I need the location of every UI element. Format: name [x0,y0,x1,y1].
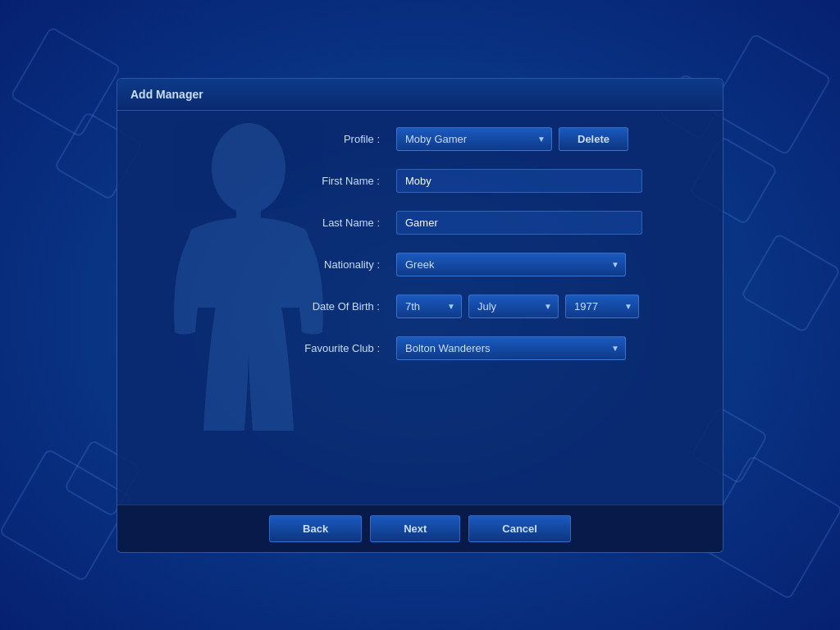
cancel-button[interactable]: Cancel [468,515,571,542]
dob-month-select[interactable]: July JanuaryFebruaryMarch AprilMayJune A… [468,294,559,318]
dob-controls: 7th 1st2nd3rd 4th5th6th 8th9th10th ▼ Jul… [396,294,639,318]
back-button[interactable]: Back [269,515,362,542]
dialog-title: Add Manager [130,88,203,101]
profile-label: Profile : [273,133,396,145]
firstname-row: First Name : [273,169,698,193]
nationality-controls: Greek English Spanish French German Ital… [396,253,626,276]
nationality-select[interactable]: Greek English Spanish French German Ital… [396,253,626,276]
firstname-label: First Name : [273,175,396,187]
profile-row: Profile : Moby Gamer ▼ Delete [273,127,698,151]
nationality-label: Nationality : [273,258,396,271]
dob-day-select[interactable]: 7th 1st2nd3rd 4th5th6th 8th9th10th [396,294,462,318]
delete-button[interactable]: Delete [559,127,628,151]
dob-month-select-wrap: July JanuaryFebruaryMarch AprilMayJune A… [468,294,559,318]
profile-select-wrap: Moby Gamer ▼ [396,127,552,151]
club-controls: Bolton Wanderers Arsenal Chelsea Liverpo… [396,336,626,360]
dob-year-select[interactable]: 1977 197019711972 197319741975 197619781… [565,294,639,318]
club-select-wrap: Bolton Wanderers Arsenal Chelsea Liverpo… [396,336,626,360]
dialog-body: Profile : Moby Gamer ▼ Delete First Name… [117,111,723,504]
form-area: Profile : Moby Gamer ▼ Delete First Name… [273,127,698,360]
dialog-title-bar: Add Manager [117,79,723,111]
lastname-input[interactable] [396,211,642,235]
dob-label: Date Of Birth : [273,300,396,313]
club-select[interactable]: Bolton Wanderers Arsenal Chelsea Liverpo… [396,336,626,360]
dob-year-select-wrap: 1977 197019711972 197319741975 197619781… [565,294,639,318]
next-button[interactable]: Next [370,515,460,542]
lastname-controls [396,211,642,235]
firstname-controls [396,169,642,193]
add-manager-dialog: Add Manager Profile : [116,78,724,553]
club-row: Favourite Club : Bolton Wanderers Arsena… [273,336,698,360]
profile-select[interactable]: Moby Gamer [396,127,552,151]
lastname-label: Last Name : [273,217,396,229]
club-label: Favourite Club : [273,342,396,354]
dob-day-select-wrap: 7th 1st2nd3rd 4th5th6th 8th9th10th ▼ [396,294,462,318]
nationality-row: Nationality : Greek English Spanish Fren… [273,253,698,276]
lastname-row: Last Name : [273,211,698,235]
dob-row: Date Of Birth : 7th 1st2nd3rd 4th5th6th … [273,294,698,318]
profile-controls: Moby Gamer ▼ Delete [396,127,628,151]
nationality-select-wrap: Greek English Spanish French German Ital… [396,253,626,276]
dialog-footer: Back Next Cancel [117,504,723,552]
firstname-input[interactable] [396,169,642,193]
svg-rect-1 [236,209,261,230]
